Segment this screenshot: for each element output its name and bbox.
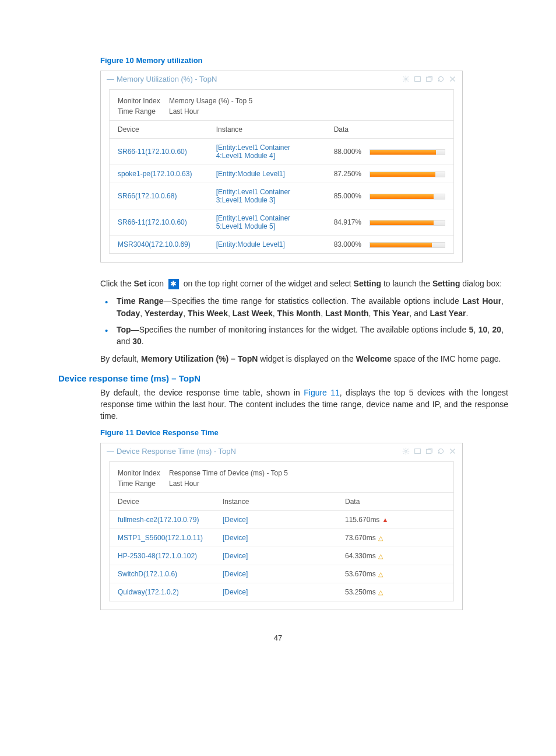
bullet-time-range: Time Range—Specifies the time range for … (115, 295, 504, 319)
table-row: spoke1-pe(172.10.0.63)[Entity:Module Lev… (110, 165, 453, 183)
instance-link[interactable]: [Entity:Level1 Container 3:Level1 Module… (216, 188, 290, 204)
device-link[interactable]: Quidway(172.1.0.2) (118, 588, 179, 596)
launch-icon[interactable] (425, 447, 433, 455)
usage-bar (370, 172, 445, 177)
response-table: Device Instance Data fullmesh-ce2(172.10… (110, 492, 453, 601)
svg-rect-4 (414, 449, 420, 453)
table-row: MSTP1_S5600(172.1.0.11)[Device]73.670ms△ (110, 528, 453, 547)
data-value: 85.000% (334, 192, 361, 200)
instance-link[interactable]: [Entity:Level1 Container 4:Level1 Module… (216, 144, 290, 160)
close-icon[interactable] (448, 447, 456, 455)
close-icon[interactable] (448, 75, 456, 83)
device-link[interactable]: MSR3040(172.10.0.69) (118, 240, 191, 249)
instance-link[interactable]: [Entity:Module Level1] (216, 240, 285, 249)
data-value: 64.330ms (345, 552, 376, 560)
section2-intro: By default, the device response time tab… (100, 387, 508, 422)
usage-bar (370, 194, 445, 200)
data-value: 115.670ms (345, 516, 379, 524)
table-row: SwitchD(172.1.0.6)[Device]53.670ms△ (110, 565, 453, 583)
data-value: 88.000% (334, 148, 361, 156)
widget-meta: Monitor IndexResponse Time of Device (ms… (110, 462, 453, 492)
table-row: SR66(172.10.0.68)[Entity:Level1 Containe… (110, 183, 453, 209)
table-row: HP-2530-48(172.1.0.102)[Device]64.330ms△ (110, 547, 453, 565)
collapse-icon[interactable]: — (107, 75, 114, 83)
default-paragraph: By default, Memory Utilization (%) – Top… (100, 353, 508, 365)
trend-same-icon: △ (378, 552, 383, 559)
refresh-icon[interactable] (437, 447, 445, 455)
widget-title: Memory Utilization (%) - TopN (117, 75, 402, 83)
trend-same-icon: △ (378, 534, 383, 541)
instance-link[interactable]: [Device] (223, 570, 248, 578)
launch-icon[interactable] (425, 75, 433, 83)
device-link[interactable]: SR66-11(172.10.0.60) (118, 218, 187, 226)
data-value: 83.000% (334, 240, 361, 249)
svg-point-0 (404, 78, 407, 80)
set-icon-paragraph: Click the Set icon ✱ on the top right co… (100, 278, 508, 289)
col-instance: Instance (208, 121, 326, 139)
widget-meta: Monitor IndexMemory Usage (%) - Top 5 Ti… (110, 90, 453, 120)
data-value: 84.917% (334, 218, 361, 226)
trend-up-icon: ▲ (382, 516, 388, 523)
col-device: Device (110, 492, 214, 510)
figure10-caption: Figure 10 Memory utilization (100, 56, 504, 65)
trend-same-icon: △ (378, 570, 383, 578)
table-row: MSR3040(172.10.0.69)[Entity:Module Level… (110, 236, 453, 254)
instance-link[interactable]: [Device] (223, 534, 248, 542)
collapse-icon[interactable]: — (107, 447, 114, 456)
figure11-xref[interactable]: Figure 11 (304, 388, 340, 397)
instance-link[interactable]: [Entity:Level1 Container 5:Level1 Module… (216, 214, 290, 230)
instance-link[interactable]: [Entity:Module Level1] (216, 170, 285, 178)
svg-point-3 (404, 450, 407, 452)
device-link[interactable]: HP-2530-48(172.1.0.102) (118, 552, 197, 560)
device-link[interactable]: SR66-11(172.10.0.60) (118, 148, 187, 156)
data-value: 87.250% (334, 170, 361, 178)
svg-rect-1 (414, 76, 420, 81)
table-row: SR66-11(172.10.0.60)[Entity:Level1 Conta… (110, 139, 453, 165)
memory-table: Device Instance Data SR66-11(172.10.0.60… (110, 120, 453, 253)
device-link[interactable]: SwitchD(172.1.0.6) (118, 570, 177, 578)
instance-link[interactable]: [Device] (223, 552, 248, 560)
table-row: Quidway(172.1.0.2)[Device]53.250ms△ (110, 583, 453, 601)
device-link[interactable]: spoke1-pe(172.10.0.63) (118, 170, 192, 178)
usage-bar (370, 149, 445, 155)
device-response-widget: — Device Response Time (ms) - TopN Monit… (100, 443, 463, 610)
trend-same-icon: △ (378, 589, 383, 596)
page-number: 47 (52, 634, 504, 642)
col-instance: Instance (214, 492, 337, 510)
data-value: 53.250ms (345, 588, 376, 596)
refresh-icon[interactable] (437, 75, 445, 83)
data-value: 73.670ms (345, 534, 376, 542)
instance-link[interactable]: [Device] (223, 588, 248, 596)
memory-utilization-widget: — Memory Utilization (%) - TopN Monitor … (100, 71, 463, 262)
usage-bar (370, 220, 445, 226)
col-device: Device (110, 121, 208, 139)
gear-icon[interactable] (402, 75, 410, 83)
instance-link[interactable]: [Device] (223, 516, 248, 524)
col-data: Data (337, 492, 453, 510)
gear-icon: ✱ (168, 279, 179, 289)
widget-title: Device Response Time (ms) - TopN (117, 447, 402, 456)
bullet-top: Top—Specifies the number of monitoring i… (115, 324, 504, 348)
figure11-caption: Figure 11 Device Response Time (100, 428, 504, 437)
col-data: Data (326, 121, 453, 139)
device-link[interactable]: fullmesh-ce2(172.10.0.79) (118, 516, 199, 524)
gear-icon[interactable] (402, 447, 410, 455)
data-value: 53.670ms (345, 570, 376, 578)
usage-bar (370, 242, 445, 248)
svg-rect-5 (426, 449, 431, 453)
window-icon[interactable] (413, 447, 421, 455)
svg-rect-2 (426, 77, 431, 81)
table-row: fullmesh-ce2(172.10.0.79)[Device]115.670… (110, 510, 453, 528)
window-icon[interactable] (413, 75, 421, 83)
table-row: SR66-11(172.10.0.60)[Entity:Level1 Conta… (110, 209, 453, 236)
device-link[interactable]: SR66(172.10.0.68) (118, 192, 177, 200)
section-device-response-time: Device response time (ms) – TopN (58, 373, 504, 383)
device-link[interactable]: MSTP1_S5600(172.1.0.11) (118, 534, 203, 542)
